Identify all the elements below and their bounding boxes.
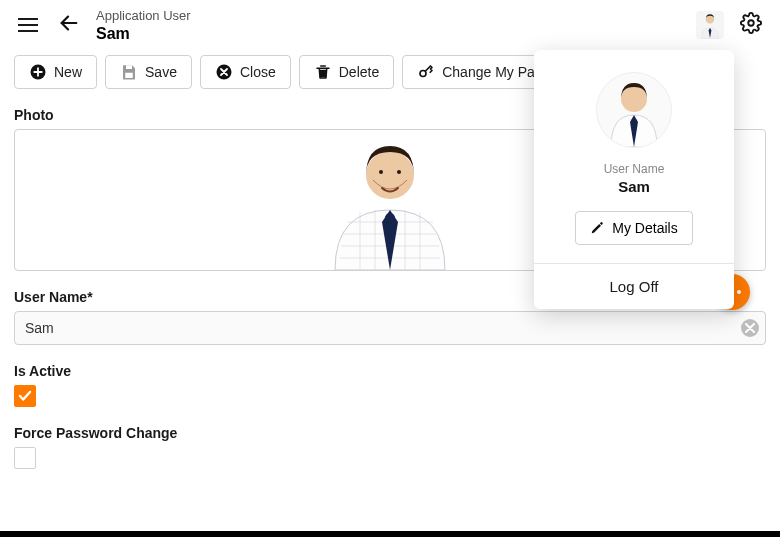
close-circle-icon	[215, 63, 233, 81]
plus-circle-icon	[29, 63, 47, 81]
key-icon	[417, 63, 435, 81]
check-icon	[18, 389, 32, 403]
settings-button[interactable]	[736, 8, 766, 42]
breadcrumb: Application User	[96, 8, 191, 24]
new-label: New	[54, 64, 82, 80]
svg-point-18	[385, 213, 395, 223]
bottom-bar	[0, 531, 780, 537]
current-user-avatar[interactable]	[696, 11, 724, 39]
popover-avatar	[596, 72, 672, 148]
clear-input-button[interactable]	[741, 319, 759, 337]
svg-rect-5	[126, 65, 132, 69]
back-button[interactable]	[54, 8, 84, 42]
new-button[interactable]: New	[14, 55, 97, 89]
my-details-button[interactable]: My Details	[575, 211, 692, 245]
popover-username-caption: User Name	[604, 162, 665, 176]
delete-button[interactable]: Delete	[299, 55, 394, 89]
svg-point-2	[706, 16, 714, 24]
pencil-icon	[590, 221, 604, 235]
force-password-label: Force Password Change	[14, 425, 766, 441]
svg-point-21	[397, 170, 401, 174]
save-icon	[120, 63, 138, 81]
username-input[interactable]	[14, 311, 766, 345]
force-password-checkbox[interactable]	[14, 447, 36, 469]
svg-rect-6	[125, 73, 133, 78]
close-icon	[745, 323, 755, 333]
my-details-label: My Details	[612, 220, 677, 236]
svg-rect-8	[320, 70, 326, 78]
trash-icon	[314, 63, 332, 81]
is-active-label: Is Active	[14, 363, 766, 379]
page-title: Sam	[96, 24, 191, 43]
change-password-label: Change My Pass	[442, 64, 549, 80]
popover-username: Sam	[618, 178, 650, 195]
svg-point-23	[621, 86, 647, 112]
svg-point-3	[748, 21, 754, 27]
svg-point-20	[379, 170, 383, 174]
log-off-button[interactable]: Log Off	[534, 264, 734, 309]
gear-icon	[740, 12, 762, 34]
user-popover: User Name Sam My Details Log Off	[534, 50, 734, 309]
menu-button[interactable]	[14, 14, 42, 36]
is-active-checkbox[interactable]	[14, 385, 36, 407]
save-label: Save	[145, 64, 177, 80]
close-label: Close	[240, 64, 276, 80]
svg-point-9	[420, 70, 426, 76]
delete-label: Delete	[339, 64, 379, 80]
close-button[interactable]: Close	[200, 55, 291, 89]
save-button[interactable]: Save	[105, 55, 192, 89]
